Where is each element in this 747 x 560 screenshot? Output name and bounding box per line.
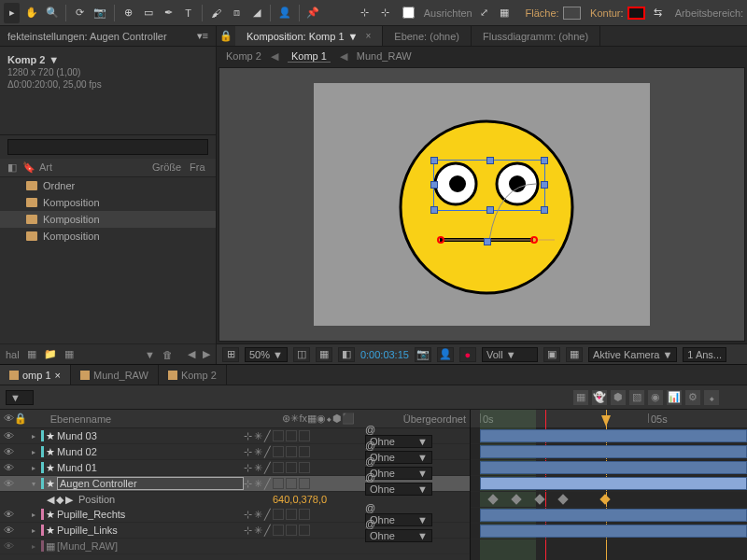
- pickwhip-icon[interactable]: @: [365, 502, 375, 513]
- prev-key-icon[interactable]: ◀: [47, 494, 54, 506]
- project-item[interactable]: Ordner: [0, 177, 216, 194]
- shape-tool[interactable]: ▭: [140, 3, 156, 23]
- timeline-tracks[interactable]: 0s 05s: [471, 410, 747, 560]
- visibility-icon[interactable]: 👁: [4, 478, 14, 489]
- flowchart-tab[interactable]: Flussdiagramm: (ohne): [472, 26, 600, 46]
- pickwhip-icon[interactable]: @: [365, 424, 375, 435]
- size-col[interactable]: Größe: [152, 161, 190, 174]
- timeline-tab[interactable]: Mund_RAW: [71, 365, 159, 385]
- visibility-icon[interactable]: 👁: [4, 462, 14, 473]
- timeline-tab[interactable]: Komp 2: [159, 365, 227, 385]
- trash-icon[interactable]: 🗑: [162, 349, 173, 360]
- layer-name[interactable]: Pupille_Rechts: [57, 509, 244, 520]
- layer-name[interactable]: Pupille_Links: [57, 525, 244, 536]
- visibility-icon[interactable]: 👁: [4, 540, 14, 552]
- fr-col[interactable]: Fra: [190, 161, 208, 174]
- roto-tool[interactable]: 👤: [276, 3, 292, 23]
- keyframe-icon[interactable]: [487, 494, 498, 504]
- layer-row[interactable]: 👁 ▾ ★ Augen Controller ⊹✳╱ @ Ohne▼: [0, 476, 470, 492]
- quality-dropdown[interactable]: Voll▼: [482, 347, 538, 362]
- tab-dropdown-icon[interactable]: ▼: [348, 31, 359, 42]
- guides-icon[interactable]: ▦: [316, 347, 332, 362]
- layer-name[interactable]: Augen Controller: [57, 477, 244, 490]
- timecode-display[interactable]: 0:00:03:15: [360, 349, 409, 360]
- layer-color-label[interactable]: [41, 446, 44, 457]
- new-comp-icon[interactable]: ▦: [64, 348, 74, 360]
- zoom-tool[interactable]: 🔍: [44, 3, 60, 23]
- axis-mode-2[interactable]: ⊹: [376, 3, 392, 23]
- layer-row[interactable]: 👁 ▸ ▦ [Mund_RAW]: [0, 539, 470, 554]
- close-icon[interactable]: ×: [365, 31, 371, 41]
- camera-dropdown[interactable]: Aktive Kamera▼: [588, 347, 677, 362]
- twirl-icon[interactable]: ▸: [32, 448, 41, 456]
- mask-icon[interactable]: ◧: [338, 347, 355, 362]
- stamp-tool[interactable]: ⧈: [229, 3, 245, 23]
- pickwhip-icon[interactable]: @: [365, 440, 375, 451]
- brainstorm-icon[interactable]: ⚙: [685, 390, 700, 405]
- snapshot-icon[interactable]: 📷: [415, 347, 431, 362]
- project-item[interactable]: Komposition: [0, 228, 216, 245]
- timeline-tab[interactable]: omp 1 ×: [0, 365, 71, 385]
- new-folder-icon[interactable]: 📁: [44, 348, 57, 360]
- keyframe-row[interactable]: [471, 492, 747, 508]
- hand-tool[interactable]: ✋: [23, 3, 39, 23]
- twirl-icon[interactable]: ▸: [32, 542, 41, 551]
- twirl-icon[interactable]: ▾: [32, 480, 41, 488]
- crumb[interactable]: Komp 1: [288, 50, 331, 63]
- comp-mini-icon[interactable]: ▦: [573, 390, 588, 405]
- layer-tab[interactable]: Ebene: (ohne): [383, 26, 472, 46]
- show-snapshot-icon[interactable]: 👤: [437, 347, 454, 362]
- layer-name-col[interactable]: Ebenenname: [41, 413, 283, 425]
- viewport[interactable]: [218, 67, 745, 342]
- project-item[interactable]: Komposition: [0, 211, 216, 228]
- layer-color-label[interactable]: [41, 478, 44, 489]
- eraser-tool[interactable]: ◢: [248, 3, 264, 23]
- project-search-input[interactable]: [7, 139, 208, 155]
- keyframe-icon[interactable]: [534, 494, 544, 504]
- motion-blur-icon[interactable]: ◉: [648, 390, 663, 405]
- project-item[interactable]: Komposition: [0, 194, 216, 211]
- text-tool[interactable]: T: [180, 3, 196, 23]
- track-row[interactable]: [471, 444, 747, 460]
- 3d-icon[interactable]: ⬢: [611, 390, 626, 405]
- crumb[interactable]: Komp 2: [226, 50, 261, 62]
- anchor-tool[interactable]: ⊕: [120, 3, 136, 23]
- crumb[interactable]: Mund_RAW: [357, 50, 412, 62]
- keyframe-icon[interactable]: [511, 494, 521, 504]
- layer-color-label[interactable]: [41, 430, 44, 441]
- bits-dd[interactable]: ▼: [145, 349, 155, 360]
- grid-icon[interactable]: ⊞: [222, 347, 239, 362]
- visibility-icon[interactable]: 👁: [4, 430, 14, 441]
- next-key-icon[interactable]: ▶: [65, 494, 73, 506]
- snap-icon-2[interactable]: ▦: [496, 3, 512, 23]
- scroll-left[interactable]: ◀: [188, 348, 195, 360]
- visibility-icon[interactable]: 👁: [4, 509, 14, 520]
- add-key-icon[interactable]: ◆: [56, 494, 63, 506]
- layer-name[interactable]: [Mund_RAW]: [57, 540, 466, 552]
- shy-icon[interactable]: 👻: [592, 390, 607, 405]
- visibility-icon[interactable]: 👁: [4, 525, 14, 536]
- layer-color-label[interactable]: [41, 509, 44, 520]
- comp-tab[interactable]: Komposition: Komp 1 ▼ ×: [235, 26, 383, 46]
- track-row[interactable]: [471, 428, 747, 444]
- brush-tool[interactable]: 🖌: [208, 3, 224, 23]
- property-value[interactable]: 640,0,378,0: [273, 494, 327, 505]
- twirl-icon[interactable]: ▸: [32, 432, 41, 441]
- camera-tool[interactable]: 📷: [92, 3, 107, 23]
- layer-color-label[interactable]: [41, 462, 44, 473]
- effects-panel-tab[interactable]: fekteinstellungen: Augen Controller ▾≡: [0, 26, 216, 47]
- track-row[interactable]: [471, 460, 747, 476]
- timeline-search[interactable]: ▼: [6, 390, 34, 405]
- type-col[interactable]: Art: [39, 161, 152, 174]
- puppet-tool[interactable]: 📌: [304, 3, 320, 23]
- tag-col[interactable]: 🔖: [22, 161, 39, 174]
- channel-icon[interactable]: ●: [459, 347, 476, 362]
- interpret-icon[interactable]: ▦: [27, 348, 36, 360]
- pen-tool[interactable]: ✒: [161, 3, 176, 23]
- keyframe-icon[interactable]: [557, 494, 568, 504]
- pickwhip-icon[interactable]: @: [365, 471, 375, 483]
- views-dropdown[interactable]: 1 Ans...: [683, 347, 726, 362]
- res-icon[interactable]: ◫: [293, 347, 310, 362]
- frame-blend-icon[interactable]: ▧: [629, 390, 644, 405]
- pickwhip-icon[interactable]: @: [365, 455, 375, 467]
